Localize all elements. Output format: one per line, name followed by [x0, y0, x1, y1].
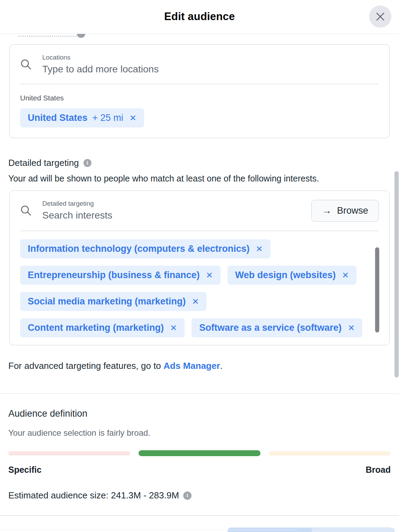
info-icon[interactable]: i — [83, 159, 91, 167]
interest-chips-area: Information technology (computers & elec… — [20, 239, 379, 337]
modal-scrollbar-thumb[interactable] — [394, 171, 399, 378]
meter-label-specific: Specific — [8, 465, 42, 475]
detailed-targeting-description: Your ad will be shown to people who matc… — [8, 174, 391, 184]
clipped-dashed-underline — [18, 36, 77, 37]
interest-chips-row: Social media marketing (marketing)✕ — [20, 292, 366, 311]
location-chip-name: United States — [28, 113, 88, 123]
browse-button[interactable]: → Browse — [311, 200, 379, 222]
close-button[interactable] — [369, 6, 391, 28]
interest-chip-label: Information technology (computers & elec… — [28, 243, 250, 254]
advanced-note-period: . — [220, 361, 222, 371]
interest-chip[interactable]: Software as a service (software)✕ — [192, 318, 362, 337]
interest-chip-label: Software as a service (software) — [199, 322, 342, 333]
locations-group-label: United States — [20, 94, 379, 102]
meter-segment — [269, 451, 391, 455]
locations-divider — [20, 84, 379, 84]
interest-chip[interactable]: Content marketing (marketing)✕ — [20, 318, 185, 337]
search-icon — [20, 59, 32, 72]
interest-chip[interactable]: Social media marketing (marketing)✕ — [20, 292, 206, 311]
clipped-section-label — [0, 34, 399, 39]
remove-interest-icon[interactable]: ✕ — [170, 324, 177, 332]
locations-field-label: Locations — [42, 54, 159, 61]
meter-label-broad: Broad — [366, 465, 391, 475]
interest-chip-label: Content marketing (marketing) — [28, 322, 164, 333]
remove-interest-icon[interactable]: ✕ — [348, 324, 355, 332]
interest-chip[interactable]: Information technology (computers & elec… — [20, 239, 271, 258]
detailed-targeting-box: Detailed targeting Search interests → Br… — [9, 190, 390, 345]
advanced-note-text: For advanced targeting features, go to — [8, 361, 163, 371]
arrow-right-icon: → — [322, 205, 331, 216]
locations-box: Locations Type to add more locations Uni… — [9, 44, 390, 138]
cancel-button[interactable]: Cancel — [173, 528, 220, 532]
clipped-info-icon — [77, 34, 85, 38]
interests-field-label: Detailed targeting — [42, 200, 112, 207]
remove-interest-icon[interactable]: ✕ — [342, 271, 349, 280]
interest-chip[interactable]: Entrepreneurship (business & finance)✕ — [20, 266, 221, 285]
remove-interest-icon[interactable]: ✕ — [256, 245, 263, 253]
background-edge-element — [312, 528, 395, 532]
detailed-targeting-heading: Detailed targeting — [8, 158, 79, 168]
interest-chip[interactable]: Web design (websites)✕ — [228, 266, 357, 285]
modal-header: Edit audience — [0, 0, 399, 34]
ads-manager-link[interactable]: Ads Manager — [163, 361, 220, 371]
remove-interest-icon[interactable]: ✕ — [192, 298, 199, 306]
audience-definition-title: Audience definition — [8, 408, 391, 419]
close-icon — [376, 12, 385, 21]
meter-segment — [8, 451, 130, 455]
audience-meter — [8, 450, 391, 456]
background-edge-line — [0, 530, 298, 530]
locations-search-input[interactable]: Type to add more locations — [42, 64, 159, 75]
interest-chips-row: Content marketing (marketing)✕Software a… — [20, 318, 366, 337]
estimated-audience-size: Estimated audience size: 241.3M - 283.9M — [8, 490, 179, 501]
interest-chip-label: Entrepreneurship (business & finance) — [28, 270, 200, 281]
page-title: Edit audience — [0, 10, 399, 23]
remove-location-icon[interactable]: ✕ — [130, 114, 136, 122]
content-footer-divider — [0, 393, 399, 394]
locations-search-row[interactable]: Locations Type to add more locations — [20, 54, 379, 75]
interest-chip-label: Web design (websites) — [235, 270, 336, 281]
interest-chips-row: Entrepreneurship (business & finance)✕We… — [20, 266, 366, 285]
search-icon — [20, 205, 32, 218]
location-chip[interactable]: United States + 25 mi ✕ — [20, 108, 144, 127]
meter-segment-active — [139, 450, 260, 456]
advanced-targeting-note: For advanced targeting features, go to A… — [8, 361, 391, 371]
audience-definition-subtitle: Your audience selection is fairly broad. — [8, 428, 391, 438]
browse-button-label: Browse — [337, 205, 368, 216]
info-icon[interactable]: i — [183, 491, 192, 500]
interests-divider — [20, 231, 379, 231]
interest-chip-label: Social media marketing (marketing) — [28, 296, 186, 307]
interests-scrollbar-thumb[interactable] — [375, 247, 379, 332]
remove-interest-icon[interactable]: ✕ — [206, 271, 213, 280]
interests-search-input[interactable]: Search interests — [42, 210, 112, 221]
location-chip-radius[interactable]: + 25 mi — [92, 113, 123, 123]
interest-chips-row: Information technology (computers & elec… — [20, 239, 366, 258]
